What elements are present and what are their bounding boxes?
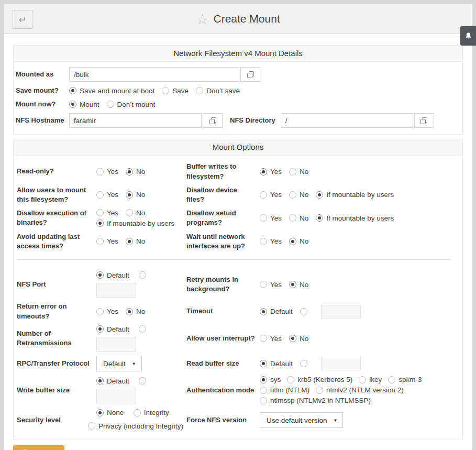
radio-button[interactable] bbox=[287, 376, 294, 383]
radio-option[interactable]: If mountable by users bbox=[316, 214, 394, 222]
radio-option[interactable]: Default bbox=[260, 360, 293, 368]
radio-button[interactable] bbox=[139, 377, 146, 385]
radio-button[interactable] bbox=[88, 422, 95, 430]
radio-option[interactable]: ntlmssp (NTLMv2 in NTLMSSP) bbox=[260, 397, 371, 404]
radio-option[interactable]: Yes bbox=[260, 214, 282, 222]
radio-button[interactable] bbox=[260, 360, 267, 367]
radio-button[interactable] bbox=[260, 191, 267, 199]
radio-button[interactable] bbox=[260, 168, 267, 175]
radio-option[interactable]: Yes bbox=[96, 209, 118, 217]
radio-option[interactable]: Save bbox=[162, 87, 189, 95]
timeout-input[interactable] bbox=[321, 305, 361, 319]
force-nfs-version-select[interactable]: Use default version ▼ bbox=[260, 412, 343, 428]
radio-button[interactable] bbox=[126, 308, 133, 315]
radio-option[interactable]: Privacy (including Integrity) bbox=[88, 422, 183, 430]
mounted-as-chooser-button[interactable] bbox=[240, 67, 260, 82]
radio-option[interactable] bbox=[139, 271, 146, 279]
radio-option[interactable] bbox=[300, 308, 307, 315]
radio-button[interactable] bbox=[134, 409, 141, 416]
radio-option[interactable]: Default bbox=[96, 325, 129, 333]
radio-option[interactable]: No bbox=[289, 335, 308, 343]
radio-button[interactable] bbox=[388, 376, 395, 383]
radio-button[interactable] bbox=[96, 271, 104, 279]
radio-button[interactable] bbox=[289, 281, 296, 288]
radio-option[interactable]: Don’t mount bbox=[107, 101, 156, 108]
radio-option[interactable]: No bbox=[126, 191, 145, 199]
radio-button[interactable] bbox=[260, 335, 267, 342]
nfs-directory-chooser-button[interactable] bbox=[414, 113, 434, 128]
radio-option[interactable]: Yes bbox=[260, 191, 282, 199]
radio-button[interactable] bbox=[316, 387, 323, 394]
radio-button[interactable] bbox=[139, 325, 146, 333]
radio-button[interactable] bbox=[126, 191, 133, 199]
radio-option[interactable]: No bbox=[289, 237, 308, 245]
radio-option[interactable]: No bbox=[126, 209, 145, 217]
radio-option[interactable]: Yes bbox=[260, 335, 282, 343]
radio-option[interactable]: ntlm (NTLM) bbox=[260, 386, 309, 394]
write-buffer-input[interactable] bbox=[96, 389, 136, 403]
radio-button[interactable] bbox=[316, 214, 323, 222]
radio-button[interactable] bbox=[96, 219, 104, 227]
radio-button[interactable] bbox=[196, 87, 203, 94]
radio-option[interactable]: ntmlv2 (NTLM version 2) bbox=[316, 386, 404, 394]
radio-option[interactable] bbox=[139, 377, 146, 385]
radio-button[interactable] bbox=[126, 168, 133, 175]
nfs-hostname-chooser-button[interactable] bbox=[203, 113, 223, 128]
radio-button[interactable] bbox=[300, 308, 307, 315]
radio-button[interactable] bbox=[162, 87, 169, 94]
radio-button[interactable] bbox=[96, 325, 104, 333]
radio-button[interactable] bbox=[359, 376, 366, 383]
radio-button[interactable] bbox=[260, 387, 267, 394]
radio-option[interactable] bbox=[139, 325, 146, 333]
retransmissions-input[interactable] bbox=[96, 337, 136, 352]
radio-button[interactable] bbox=[260, 376, 267, 383]
radio-button[interactable] bbox=[289, 214, 296, 222]
radio-button[interactable] bbox=[96, 168, 104, 175]
radio-button[interactable] bbox=[289, 238, 296, 245]
radio-button[interactable] bbox=[69, 87, 76, 94]
radio-option[interactable]: krb5 (Kerberos 5) bbox=[287, 376, 352, 383]
radio-option[interactable]: Default bbox=[260, 308, 293, 315]
radio-option[interactable]: spkm-3 bbox=[388, 376, 422, 383]
radio-option[interactable]: No bbox=[289, 281, 308, 289]
radio-option[interactable]: No bbox=[126, 308, 145, 315]
radio-button[interactable] bbox=[300, 360, 307, 367]
rpc-protocol-select[interactable]: Default ▼ bbox=[96, 356, 142, 371]
radio-option[interactable]: No bbox=[289, 191, 308, 199]
radio-option[interactable]: lkey bbox=[359, 376, 382, 383]
radio-button[interactable] bbox=[289, 168, 296, 175]
radio-option[interactable]: Save and mount at boot bbox=[69, 87, 154, 95]
radio-button[interactable] bbox=[260, 308, 267, 315]
radio-button[interactable] bbox=[289, 191, 296, 199]
radio-option[interactable]: Yes bbox=[96, 308, 118, 315]
radio-button[interactable] bbox=[260, 238, 267, 245]
radio-option[interactable]: No bbox=[126, 237, 145, 245]
nfs-hostname-input[interactable] bbox=[69, 113, 202, 128]
radio-option[interactable]: Default bbox=[96, 377, 129, 385]
read-buffer-input[interactable] bbox=[321, 357, 361, 370]
radio-option[interactable]: Yes bbox=[260, 281, 282, 289]
radio-option[interactable]: No bbox=[289, 168, 308, 175]
radio-option[interactable]: Integrity bbox=[134, 409, 169, 416]
radio-option[interactable]: If mountable by users bbox=[316, 191, 394, 199]
radio-option[interactable]: Mount bbox=[69, 101, 99, 108]
radio-option[interactable]: None bbox=[96, 409, 124, 416]
radio-button[interactable] bbox=[96, 238, 104, 245]
radio-button[interactable] bbox=[126, 238, 133, 245]
radio-option[interactable] bbox=[300, 360, 307, 367]
radio-option[interactable]: If mountable by users bbox=[96, 219, 174, 227]
notifications-tab[interactable] bbox=[460, 26, 476, 46]
mounted-as-input[interactable] bbox=[69, 67, 239, 82]
radio-option[interactable]: No bbox=[126, 168, 145, 175]
radio-button[interactable] bbox=[289, 335, 296, 342]
back-button[interactable]: ↵ bbox=[13, 10, 32, 29]
radio-button[interactable] bbox=[260, 397, 267, 404]
radio-button[interactable] bbox=[96, 209, 104, 216]
radio-option[interactable]: sys bbox=[260, 376, 281, 383]
radio-button[interactable] bbox=[316, 191, 323, 199]
radio-button[interactable] bbox=[96, 191, 104, 199]
radio-option[interactable]: No bbox=[289, 214, 308, 222]
radio-option[interactable]: Yes bbox=[260, 168, 282, 175]
radio-button[interactable] bbox=[107, 101, 114, 108]
radio-button[interactable] bbox=[96, 409, 104, 416]
